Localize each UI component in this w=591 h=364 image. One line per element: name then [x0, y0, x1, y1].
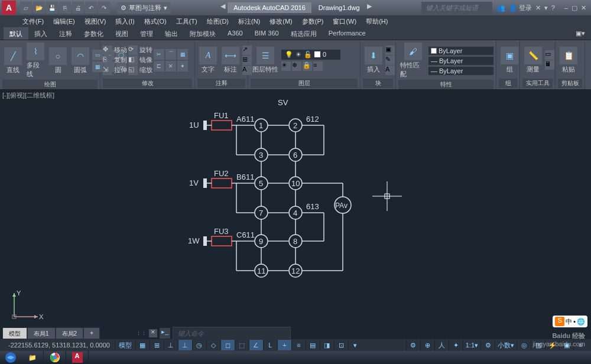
edit-block-icon[interactable]: ✎: [385, 56, 395, 65]
menu-dim[interactable]: 标注(N): [233, 15, 265, 27]
match-props-button[interactable]: 🖌特性匹配: [398, 41, 427, 80]
menu-window[interactable]: 窗口(W): [328, 15, 361, 27]
help-icon[interactable]: ?: [551, 4, 555, 11]
app-logo[interactable]: A: [2, 1, 16, 15]
minimize-icon[interactable]: –: [564, 4, 568, 11]
infocenter-icon[interactable]: 👥: [497, 4, 505, 12]
copy-button[interactable]: ⎘复制: [103, 56, 127, 65]
dyn-icon[interactable]: +: [277, 340, 291, 350]
explode-icon[interactable]: ✦: [177, 61, 188, 72]
offset-icon[interactable]: ⊏: [154, 61, 164, 72]
undo-icon[interactable]: ↶: [85, 2, 97, 14]
tab-view[interactable]: 视图: [109, 27, 134, 40]
open-icon[interactable]: 📂: [33, 2, 45, 14]
circle-button[interactable]: ○圆: [47, 46, 69, 76]
panel-props-title[interactable]: 特性: [398, 80, 493, 89]
line-button[interactable]: ╱直线: [2, 46, 24, 76]
arc-button[interactable]: ◠圆弧: [70, 46, 91, 76]
workspace-selector[interactable]: ⚙ 草图与注释 ▾: [117, 2, 171, 14]
panel-clip-title[interactable]: 剪贴板: [558, 79, 582, 88]
qp-icon[interactable]: ◨: [320, 340, 334, 350]
tab-addins[interactable]: 附加模块: [184, 27, 222, 40]
explorer-task-icon[interactable]: 📁: [21, 351, 44, 364]
paste-button[interactable]: 📋粘贴: [558, 46, 579, 75]
tab-model[interactable]: 模型: [2, 327, 27, 339]
chevron-down-icon[interactable]: ▾: [544, 4, 548, 12]
move-button[interactable]: ✥移动: [103, 46, 127, 55]
layer-lock-icon[interactable]: 🔒: [303, 61, 312, 71]
layer-selector[interactable]: 💡 ☀ 🔓 0: [281, 50, 340, 60]
units-button[interactable]: 小数▾: [495, 340, 517, 350]
tab-bim360[interactable]: BIM 360: [249, 27, 285, 40]
stretch-button[interactable]: ⇲拉伸: [103, 66, 127, 75]
mirror-button[interactable]: ◧镜像: [128, 56, 152, 65]
tab-output[interactable]: 输出: [159, 27, 184, 40]
insert-block-button[interactable]: ⬇插入: [363, 46, 384, 75]
menu-edit[interactable]: 编辑(E): [48, 15, 80, 27]
command-input[interactable]: 键入命令: [173, 327, 291, 340]
panel-group-title[interactable]: 组: [499, 79, 517, 88]
tab-layout2[interactable]: 布局2: [56, 327, 84, 339]
layer-match-icon[interactable]: ≡: [313, 61, 323, 71]
osnap-icon[interactable]: ◻: [220, 340, 235, 350]
close-icon[interactable]: ✕: [581, 4, 586, 12]
array-icon[interactable]: ▦: [177, 49, 188, 60]
trim-icon[interactable]: ✂: [154, 49, 164, 60]
autocad-task-icon[interactable]: A: [66, 351, 89, 364]
coordinates[interactable]: -222155.6129, 51318.1231, 0.0000: [4, 342, 115, 349]
measure-button[interactable]: 📏测量: [522, 46, 544, 75]
polyline-button[interactable]: ⌇多段线: [25, 41, 46, 80]
drawing-area[interactable]: [-][俯视][二维线框] SV 1U FU1 A611 1 2 612 3 6: [0, 90, 591, 340]
nav-right-icon[interactable]: ▶: [367, 2, 372, 13]
panel-modify-title[interactable]: 修改: [103, 79, 192, 88]
tab-insert[interactable]: 插入: [28, 27, 53, 40]
cmd-prompt-icon[interactable]: ▸_: [160, 328, 170, 339]
cv-icon[interactable]: ◎: [517, 340, 531, 350]
polar-icon[interactable]: ◷: [192, 340, 206, 350]
menu-view[interactable]: 视图(V): [80, 15, 111, 27]
layer-iso-icon[interactable]: ☀: [281, 61, 291, 71]
ws-switch-icon[interactable]: ⚙: [480, 340, 495, 350]
tab-layout1[interactable]: 布局1: [27, 327, 56, 339]
tab-manage[interactable]: 管理: [134, 27, 159, 40]
new-icon[interactable]: ▱: [20, 2, 32, 14]
ann-scale-icon[interactable]: 人: [434, 340, 449, 350]
ann-mon-icon[interactable]: ⊕: [420, 340, 434, 350]
rotate-button[interactable]: ⟳旋转: [128, 46, 152, 55]
panel-draw-title[interactable]: 绘图: [2, 80, 98, 89]
tpy-icon[interactable]: ▤: [306, 340, 320, 350]
cmd-grip-icon[interactable]: ⋮⋮: [136, 330, 147, 336]
chrome-task-icon[interactable]: [44, 351, 66, 364]
calc-icon[interactable]: 🖩: [545, 60, 554, 70]
ribbon-collapse-icon[interactable]: ▣▾: [570, 27, 591, 40]
nav-left-icon[interactable]: ◀: [220, 2, 225, 13]
panel-annot-title[interactable]: 注释: [197, 79, 245, 88]
ime-indicator[interactable]: S 中 • 🌐: [553, 316, 587, 327]
exchange-icon[interactable]: ✕: [535, 4, 541, 12]
am-icon[interactable]: ▾: [348, 340, 362, 350]
menu-draw[interactable]: 绘图(D): [202, 15, 233, 27]
menu-format[interactable]: 格式(O): [139, 15, 171, 27]
redo-icon[interactable]: ↷: [98, 2, 110, 14]
dim-button[interactable]: ⟷标注: [220, 46, 241, 75]
save-icon[interactable]: 💾: [46, 2, 58, 14]
tab-default[interactable]: 默认: [4, 27, 28, 40]
tab-featured[interactable]: 精选应用: [285, 27, 323, 40]
snap-icon[interactable]: ⊞: [150, 340, 164, 350]
create-block-icon[interactable]: ▣: [385, 46, 395, 55]
maximize-icon[interactable]: ▢: [571, 4, 577, 12]
3dosnap-icon[interactable]: ⬚: [235, 340, 249, 350]
text-button[interactable]: A文字: [197, 46, 219, 75]
color-selector[interactable]: ByLayer: [428, 47, 493, 55]
plot-icon[interactable]: 🖨: [72, 2, 84, 14]
drawing-canvas[interactable]: SV 1U FU1 A611 1 2 612 3 6 1V: [0, 90, 591, 340]
otrack-icon[interactable]: ∠: [249, 340, 263, 350]
attr-icon[interactable]: A: [385, 66, 395, 75]
panel-layer-title[interactable]: 图层: [251, 79, 358, 88]
menu-modify[interactable]: 修改(M): [265, 15, 297, 27]
model-button[interactable]: 模型: [115, 340, 135, 350]
cmd-close-icon[interactable]: ✕: [149, 329, 157, 337]
iso-icon[interactable]: ◇: [206, 340, 220, 350]
start-button[interactable]: [0, 351, 21, 364]
saveas-icon[interactable]: ⎘: [59, 2, 71, 14]
